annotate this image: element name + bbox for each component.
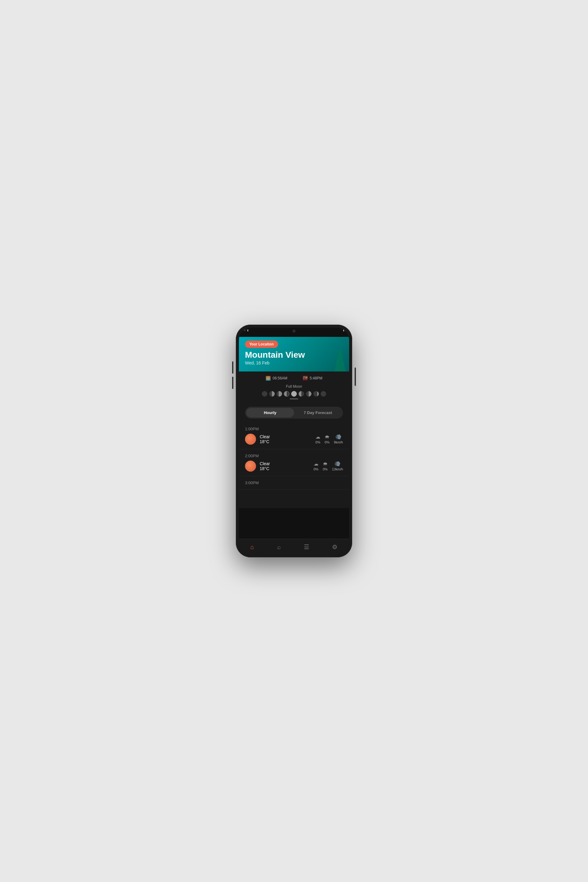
sunset-item: 🌇 5:48PM xyxy=(303,376,322,381)
sunset-icon: 🌇 xyxy=(303,376,308,381)
weather-info-1: Clear 18°C xyxy=(260,461,270,471)
wind-stat-1: 💨 13km/h xyxy=(332,461,343,471)
tab-switcher: Hourly 7 Day Forecast xyxy=(245,407,343,418)
moon-phase-0 xyxy=(262,391,267,397)
rain-val-0: 0% xyxy=(325,440,330,444)
hourly-list: 1:00PM Clear 18°C ☁ xyxy=(239,422,349,508)
nav-settings[interactable]: ⚙ xyxy=(327,542,342,552)
moon-section: Full Moon xyxy=(239,383,349,403)
weather-icon-1 xyxy=(245,460,256,472)
condition-1: Clear xyxy=(260,461,270,466)
hour-detail-1: Clear 18°C ☁ 0% 🌧 xyxy=(245,460,343,472)
moon-phase-label: Full Moon xyxy=(245,384,343,388)
sunrise-time: 06:56AM xyxy=(273,376,287,380)
settings-icon: ⚙ xyxy=(332,543,338,550)
wind-stat-0: 💨 9km/h xyxy=(334,434,343,444)
cloud-val-1: 0% xyxy=(314,467,318,471)
sunrise-icon: 🌅 xyxy=(266,376,271,381)
weather-left-1: Clear 18°C xyxy=(245,460,270,472)
rain-stat-0: 🌧 0% xyxy=(325,434,330,444)
wind-icon-0: 💨 xyxy=(335,434,342,440)
bottom-nav: ⌂ ⌕ ☰ ⚙ xyxy=(239,539,349,554)
cloud-stat-0: ☁ 0% xyxy=(315,434,320,444)
moon-phase-5 xyxy=(298,391,304,397)
nav-search[interactable]: ⌕ xyxy=(272,542,286,552)
location-badge[interactable]: Your Location xyxy=(245,340,278,348)
cloud-icon-1: ☁ xyxy=(314,461,318,467)
scroll-area[interactable]: 🌅 06:56AM 🌇 5:48PM Full Moon xyxy=(239,372,349,543)
sunrise-item: 🌅 06:56AM xyxy=(266,376,287,381)
wind-val-1: 13km/h xyxy=(332,467,343,471)
rain-val-1: 0% xyxy=(323,467,328,471)
phone-screen: ⊹ ▮ ▮ Your Location Mountain View Wed, 1… xyxy=(239,328,349,554)
temp-0: 18°C xyxy=(260,439,270,444)
hourly-tab[interactable]: Hourly xyxy=(246,408,294,417)
power-button[interactable] xyxy=(355,368,356,386)
cloud-stat-1: ☁ 0% xyxy=(314,461,318,471)
sun-info: 🌅 06:56AM 🌇 5:48PM xyxy=(239,372,349,383)
moon-phases xyxy=(245,391,343,397)
signal-icon: ▮ xyxy=(247,329,248,332)
date-text: Wed, 16 Feb xyxy=(245,360,343,365)
moon-indicator-bar xyxy=(290,398,298,399)
moon-phase-7 xyxy=(313,391,319,397)
list-icon: ☰ xyxy=(304,543,309,550)
weather-left-0: Clear 18°C xyxy=(245,434,270,445)
moon-indicator xyxy=(245,398,343,399)
cloud-icon-0: ☁ xyxy=(315,434,320,440)
hourly-row-0: 1:00PM Clear 18°C ☁ xyxy=(239,422,349,449)
hero-section: Your Location Mountain View Wed, 16 Feb xyxy=(239,337,349,372)
battery-icon: ▮ xyxy=(343,329,344,332)
search-icon: ⌕ xyxy=(277,544,281,550)
wind-val-0: 9km/h xyxy=(334,440,343,444)
moon-phase-6 xyxy=(306,391,312,397)
rain-icon-0: 🌧 xyxy=(325,434,330,440)
nav-home[interactable]: ⌂ xyxy=(245,542,259,552)
rain-stat-1: 🌧 0% xyxy=(323,461,328,471)
cloud-val-0: 0% xyxy=(315,440,320,444)
weather-stats-1: ☁ 0% 🌧 0% 💨 13km/h xyxy=(314,461,343,471)
notch-area: ⊹ ▮ ▮ xyxy=(239,328,349,337)
moon-phase-3 xyxy=(284,391,290,397)
moon-phase-4 xyxy=(291,391,297,397)
wifi-icon: ⊹ xyxy=(244,329,246,332)
main-content: 🌅 06:56AM 🌇 5:48PM Full Moon xyxy=(239,372,349,508)
moon-phase-1 xyxy=(269,391,275,397)
weather-icon-0 xyxy=(245,434,256,445)
status-icons-left: ⊹ ▮ xyxy=(244,329,248,332)
weather-stats-0: ☁ 0% 🌧 0% 💨 9km/h xyxy=(315,434,343,444)
hour-detail-0: Clear 18°C ☁ 0% 🌧 xyxy=(245,434,343,445)
hourly-row-1: 2:00PM Clear 18°C ☁ xyxy=(239,449,349,476)
forecast-tab[interactable]: 7 Day Forecast xyxy=(294,408,342,417)
moon-phase-2 xyxy=(276,391,282,397)
wind-icon-1: 💨 xyxy=(334,461,340,467)
home-icon: ⌂ xyxy=(250,544,254,550)
hourly-row-2: 3:00PM xyxy=(239,476,349,490)
camera xyxy=(292,330,296,333)
volume-up-button[interactable] xyxy=(232,362,233,374)
city-name: Mountain View xyxy=(245,350,343,360)
hour-label-2: 3:00PM xyxy=(245,480,343,485)
phone-device: ⊹ ▮ ▮ Your Location Mountain View Wed, 1… xyxy=(236,325,352,557)
rain-icon-1: 🌧 xyxy=(323,461,328,467)
temp-1: 18°C xyxy=(260,466,270,471)
moon-phase-8 xyxy=(321,391,326,397)
condition-0: Clear xyxy=(260,434,270,439)
volume-down-button[interactable] xyxy=(232,376,233,389)
sunset-time: 5:48PM xyxy=(310,376,322,380)
weather-info-0: Clear 18°C xyxy=(260,434,270,444)
status-icons-right: ▮ xyxy=(343,329,344,332)
nav-list[interactable]: ☰ xyxy=(299,542,314,552)
notch xyxy=(285,328,303,334)
hour-label-1: 2:00PM xyxy=(245,453,343,458)
hour-label-0: 1:00PM xyxy=(245,427,343,431)
